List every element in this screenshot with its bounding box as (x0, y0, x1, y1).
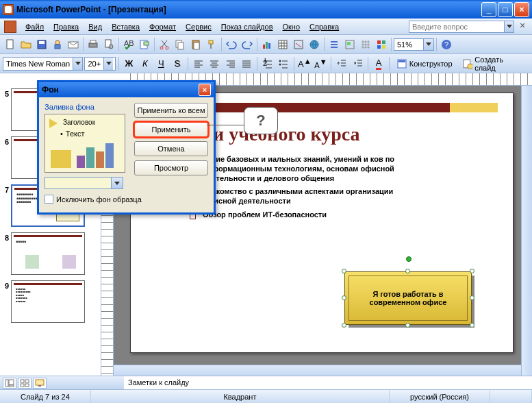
svg-rect-4 (55, 45, 60, 49)
color-icon[interactable] (374, 37, 389, 52)
dialog-titlebar[interactable]: Фон × (39, 82, 214, 97)
help-icon[interactable]: ? (439, 37, 454, 52)
color-dropdown[interactable] (45, 177, 208, 189)
font-color-icon[interactable]: A (371, 56, 386, 71)
status-extra (490, 390, 532, 403)
numbered-list-icon[interactable]: 12 (260, 56, 275, 71)
increase-font-icon[interactable]: A▲ (297, 56, 312, 71)
zoom-dropdown[interactable] (424, 38, 434, 51)
cancel-button[interactable]: Отмена (134, 141, 208, 156)
normal-view-button[interactable] (3, 378, 16, 389)
thumb-number: 5 (1, 88, 11, 98)
increase-indent-icon[interactable] (351, 56, 366, 71)
callout-shape[interactable]: Я готов работать в современном офисе (344, 271, 472, 325)
permission-icon[interactable] (50, 37, 65, 52)
paste-icon[interactable] (188, 37, 203, 52)
open-icon[interactable] (18, 37, 34, 52)
vertical-scrollbar[interactable] (521, 86, 532, 376)
close-button[interactable]: × (514, 2, 529, 17)
decrease-font-icon[interactable]: A▼ (314, 56, 329, 71)
undo-icon[interactable] (224, 37, 239, 52)
menu-edit[interactable]: Правка (49, 21, 84, 33)
menu-format[interactable]: Формат (144, 21, 181, 33)
tables-borders-icon[interactable] (291, 37, 306, 52)
decrease-indent-icon[interactable] (334, 56, 349, 71)
align-justify-icon[interactable] (239, 56, 254, 71)
copy-icon[interactable] (173, 37, 188, 52)
save-icon[interactable] (34, 37, 49, 52)
menu-file[interactable]: Файл (21, 21, 49, 33)
print-preview-icon[interactable] (101, 37, 116, 52)
insert-hyperlink-icon[interactable] (307, 37, 322, 52)
preview-button[interactable]: Просмотр (134, 160, 208, 175)
cut-icon[interactable] (157, 37, 172, 52)
svg-rect-43 (5, 380, 8, 387)
designer-button[interactable]: Конструктор (392, 57, 457, 71)
align-right-icon[interactable] (223, 56, 238, 71)
exclude-master-checkbox[interactable]: Исключить фон образца (45, 195, 208, 204)
slideshow-view-button[interactable] (33, 378, 47, 389)
print-icon[interactable] (86, 37, 101, 52)
bold-icon[interactable]: Ж (121, 56, 136, 71)
svg-rect-40 (398, 60, 405, 62)
minimize-button[interactable]: _ (481, 2, 496, 17)
menu-window[interactable]: Окно (278, 21, 305, 33)
fontsize-combo[interactable]: 20+ (84, 57, 115, 71)
expand-all-icon[interactable] (327, 37, 342, 52)
redo-icon[interactable] (240, 37, 255, 52)
dialog-close-button[interactable]: × (199, 84, 211, 96)
thumb-number: 7 (1, 184, 11, 194)
menu-service[interactable]: Сервис (181, 21, 216, 33)
show-formatting-icon[interactable] (342, 37, 357, 52)
shadow-icon[interactable]: S (170, 56, 185, 71)
underline-icon[interactable]: Ч (154, 56, 169, 71)
format-painter-icon[interactable] (204, 37, 219, 52)
menu-slideshow[interactable]: Показ слайдов (216, 21, 278, 33)
font-combo[interactable]: Times New Roman (3, 57, 83, 71)
window-title: Microsoft PowerPoint - [Презентация] (16, 5, 481, 14)
align-center-icon[interactable] (207, 56, 222, 71)
svg-rect-49 (25, 384, 29, 387)
italic-icon[interactable]: К (138, 56, 153, 71)
svg-rect-0 (7, 40, 13, 49)
apply-button[interactable]: Применить (134, 122, 208, 137)
help-search-input[interactable] (409, 21, 505, 33)
zoom-combo[interactable]: 51% (394, 38, 434, 51)
sorter-view-button[interactable] (18, 378, 31, 389)
svg-rect-45 (9, 385, 14, 387)
slide-title[interactable]: и учебного курса (213, 123, 360, 145)
status-slide: Слайд 7 из 24 (0, 390, 91, 403)
spellcheck-icon[interactable]: ABC (121, 37, 136, 52)
mdi-close-button[interactable]: × (517, 21, 528, 32)
help-search-box[interactable] (409, 21, 514, 33)
exclude-label: Исключить фон образца (56, 195, 142, 204)
bulleted-list-icon[interactable] (277, 56, 292, 71)
insert-chart-icon[interactable] (259, 37, 275, 52)
rotation-handle[interactable] (406, 256, 411, 262)
zoom-value[interactable]: 51% (394, 38, 424, 51)
menu-view[interactable]: Вид (84, 21, 107, 33)
apply-all-button[interactable]: Применить ко всем (134, 103, 208, 118)
grid-icon[interactable] (358, 37, 373, 52)
status-language[interactable]: русский (Россия) (390, 390, 490, 403)
menubar: Файл Правка Вид Вставка Формат Сервис По… (0, 19, 532, 35)
align-left-icon[interactable] (191, 56, 206, 71)
svg-text:?: ? (444, 40, 448, 49)
new-slide-button[interactable]: Создать слайд (458, 57, 529, 71)
notes-pane[interactable]: Заметки к слайду (124, 376, 532, 389)
horizontal-scrollbar[interactable] (114, 365, 521, 376)
email-icon[interactable] (66, 37, 81, 52)
menu-insert[interactable]: Вставка (107, 21, 144, 33)
thumb-number: 8 (1, 232, 11, 242)
svg-rect-7 (90, 40, 96, 43)
svg-rect-21 (263, 45, 265, 49)
insert-table-icon[interactable] (275, 37, 290, 52)
menu-help[interactable]: Справка (305, 21, 344, 33)
new-icon[interactable] (3, 37, 18, 52)
thumbnail-8[interactable]: ■■■■■ (11, 232, 85, 275)
help-search-dropdown[interactable] (505, 21, 514, 33)
slide-body[interactable]: чение базовых и иальных знаний, умений и… (190, 155, 416, 224)
maximize-button[interactable]: □ (498, 2, 513, 17)
research-icon[interactable] (137, 37, 152, 52)
thumbnail-9[interactable]: ■■■■■■■■■■■■■■■■■■■■■■■■■■■■■■■■■ (11, 280, 85, 323)
